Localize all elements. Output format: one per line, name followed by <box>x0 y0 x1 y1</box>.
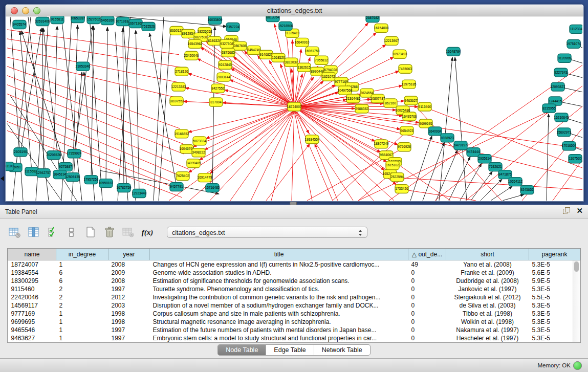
graph-node-yellow[interactable]: 9756928 <box>398 143 411 151</box>
graph-node-teal[interactable]: 15716485 <box>205 184 220 192</box>
graph-node-teal[interactable]: 16648784 <box>446 47 461 56</box>
graph-node-teal[interactable]: 16033809 <box>208 16 223 24</box>
row-height-icon[interactable] <box>65 226 78 239</box>
column-header-pagerank[interactable]: pagerank <box>529 249 580 260</box>
graph-node-yellow[interactable]: 16154808 <box>374 24 389 32</box>
table-cell[interactable]: 0 <box>408 310 446 318</box>
graph-node-teal[interactable]: 12923448 <box>132 189 147 198</box>
graph-node-teal[interactable]: 12505135 <box>66 173 80 182</box>
graph-node-yellow[interactable]: 8427552 <box>211 84 225 93</box>
graph-node-teal[interactable]: 9474444 <box>467 148 480 157</box>
graph-node-yellow[interactable]: 2718126 <box>175 67 188 76</box>
graph-edge[interactable] <box>294 107 387 162</box>
graph-node-teal[interactable]: 7632621 <box>489 163 502 171</box>
graph-node-teal[interactable]: 2935114 <box>478 155 491 163</box>
table-cell[interactable]: 2 <box>56 301 108 310</box>
table-cell[interactable]: 2008 <box>108 260 150 269</box>
window-titlebar[interactable]: citations_edges.txt <box>6 5 583 16</box>
table-cell[interactable]: 2003 <box>108 301 150 310</box>
column-header-name[interactable]: name <box>8 249 56 260</box>
graph-node-yellow[interactable]: 817004 <box>209 98 223 106</box>
graph-node-yellow[interactable]: 8912954 <box>182 29 195 38</box>
table-cell[interactable]: 0 <box>408 293 446 301</box>
table-cell[interactable]: 9115460 <box>8 285 56 293</box>
graph-edge[interactable] <box>455 57 467 201</box>
graph-node-yellow[interactable]: 16640910 <box>295 38 310 47</box>
graph-node-yellow[interactable]: 18724007 <box>287 102 302 111</box>
graph-node-yellow[interactable]: 2522594 <box>390 173 404 182</box>
graph-node-teal[interactable]: 12942757 <box>36 169 51 178</box>
table-cell[interactable]: 49 <box>408 260 446 269</box>
graph-edge[interactable] <box>7 123 61 201</box>
graph-node-teal[interactable]: 17359924 <box>67 149 82 158</box>
table-cell[interactable]: Disruption of a novel member of a sodium… <box>150 301 408 310</box>
graph-edge[interactable] <box>206 107 294 139</box>
table-cell[interactable]: Hescheler et al. (1997) <box>446 334 529 342</box>
graph-edge[interactable] <box>423 142 444 201</box>
graph-node-yellow[interactable]: 19166852 <box>175 129 189 138</box>
table-row[interactable]: 911546021997Tourette syndrome. Phenomeno… <box>8 285 580 293</box>
tab-network-table[interactable]: Network Table <box>314 345 370 355</box>
graph-node-teal[interactable]: 1527602 <box>87 16 100 24</box>
graph-node-yellow[interactable]: 19384554 <box>305 135 320 144</box>
table-cell[interactable]: Structural magnetic resonance image aver… <box>150 318 408 326</box>
graph-node-teal[interactable]: 6479197 <box>454 141 467 150</box>
table-cell[interactable]: 0 <box>408 277 446 285</box>
graph-node-yellow[interactable]: 1362615 <box>297 63 311 72</box>
graph-node-yellow[interactable]: 1568520 <box>272 53 285 62</box>
network-view-window[interactable]: citations_edges.txt 18724007866012889129… <box>5 4 584 202</box>
graph-node-yellow[interactable]: 7955812 <box>315 56 328 64</box>
float-panel-icon[interactable] <box>563 207 570 214</box>
graph-node-teal[interactable]: 1640934 <box>428 127 442 136</box>
column-header-outde[interactable]: △ out_de... <box>408 249 446 260</box>
table-row[interactable]: 1830029562008Estimation of significance … <box>8 277 580 285</box>
table-cell[interactable]: Embryonic stem cells: a model to study s… <box>150 334 408 342</box>
graph-edge[interactable] <box>7 85 184 155</box>
graph-node-teal[interactable]: 9155811 <box>51 16 64 24</box>
table-row[interactable]: 977716911998Corpus callosum shape and si… <box>8 310 580 318</box>
table-source-select[interactable]: citations_edges.txt <box>167 227 367 238</box>
graph-node-teal[interactable]: 7515526 <box>142 22 155 31</box>
graph-node-yellow[interactable]: 9146821 <box>259 50 273 59</box>
graph-edge[interactable] <box>136 30 139 193</box>
graph-edge[interactable] <box>491 186 512 201</box>
graph-node-teal[interactable]: 15692971 <box>557 128 572 137</box>
graph-node-yellow[interactable]: 2986382 <box>355 104 368 113</box>
table-cell[interactable]: 2 <box>56 293 108 301</box>
graph-node-teal[interactable]: 8938923 <box>441 134 454 142</box>
table-cell[interactable]: 2 <box>56 285 108 293</box>
graph-node-yellow[interactable]: 1615182 <box>386 161 399 170</box>
tab-edge-table[interactable]: Edge Table <box>266 345 314 355</box>
table-cell[interactable]: Yano et al. (2008) <box>446 260 529 269</box>
table-cell[interactable]: 1 <box>56 334 108 342</box>
column-header-title[interactable]: title <box>150 249 408 260</box>
graph-node-teal[interactable]: 20206526 <box>47 151 61 160</box>
table-cell[interactable]: Corpus callosum shape and size in male p… <box>150 310 408 318</box>
table-row[interactable]: 946554611997Estimation of the future num… <box>8 326 580 334</box>
graph-node-teal[interactable]: 8215955 <box>542 104 556 113</box>
table-scrollbar-thumb[interactable] <box>574 261 579 272</box>
graph-node-teal[interactable]: 9227343 <box>554 68 568 77</box>
graph-node-teal[interactable]: 19751074 <box>567 39 581 48</box>
table-cell[interactable]: Estimation of significance thresholds fo… <box>150 277 408 285</box>
table-cell[interactable]: Jankovic et al. (1997) <box>446 285 529 293</box>
table-row[interactable]: 1938455462009Genome-wide association stu… <box>8 269 580 277</box>
table-cell[interactable]: 0 <box>408 334 446 342</box>
tab-node-table[interactable]: Node Table <box>218 345 266 355</box>
close-panel-icon[interactable]: ✕ <box>576 207 583 214</box>
graph-node-yellow[interactable]: 1733426 <box>395 185 408 193</box>
table-cell[interactable]: 9777169 <box>8 310 56 318</box>
delete-column-icon[interactable] <box>103 226 116 239</box>
graph-edge[interactable] <box>7 76 183 144</box>
graph-node-teal[interactable]: 15218506 <box>278 21 293 30</box>
table-cell[interactable]: 1 <box>56 260 108 269</box>
table-cell[interactable]: Nakamura et al. (1997) <box>446 326 529 334</box>
graph-node-yellow[interactable]: 16961758 <box>305 47 320 55</box>
table-cell[interactable]: 18300295 <box>8 277 56 285</box>
splitter-collapse-arrow[interactable] <box>1 176 4 181</box>
graph-node-teal[interactable]: 32691406 <box>35 17 50 26</box>
graph-edge[interactable] <box>169 110 294 201</box>
graph-edge[interactable] <box>503 194 524 201</box>
graph-edge[interactable] <box>294 107 403 116</box>
graph-node-yellow[interactable]: 7625402 <box>176 172 189 181</box>
